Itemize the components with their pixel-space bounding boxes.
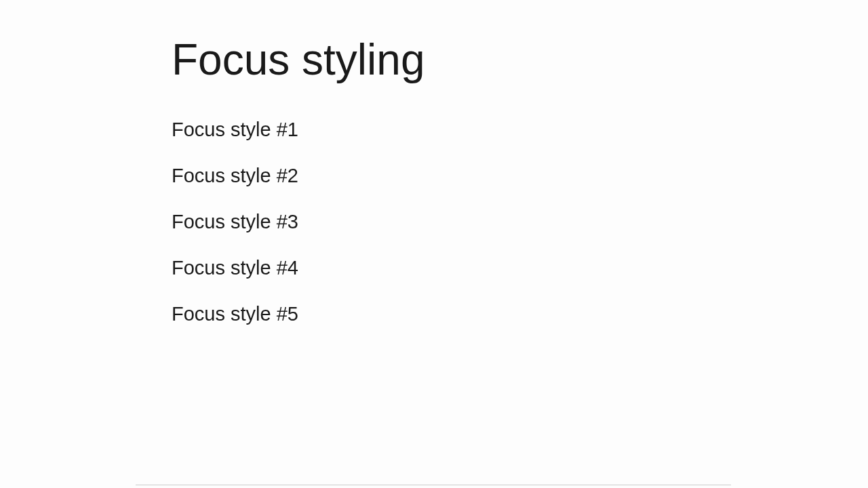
footer-divider	[136, 485, 731, 485]
focus-style-list: Focus style #1 Focus style #2 Focus styl…	[172, 119, 868, 325]
main-content: Focus styling Focus style #1 Focus style…	[0, 0, 868, 325]
page-title: Focus styling	[172, 34, 868, 86]
focus-style-link-5[interactable]: Focus style #5	[172, 303, 298, 325]
focus-style-link-2[interactable]: Focus style #2	[172, 165, 298, 187]
focus-style-link-1[interactable]: Focus style #1	[172, 119, 298, 141]
focus-style-link-4[interactable]: Focus style #4	[172, 257, 298, 279]
focus-style-link-3[interactable]: Focus style #3	[172, 211, 298, 233]
